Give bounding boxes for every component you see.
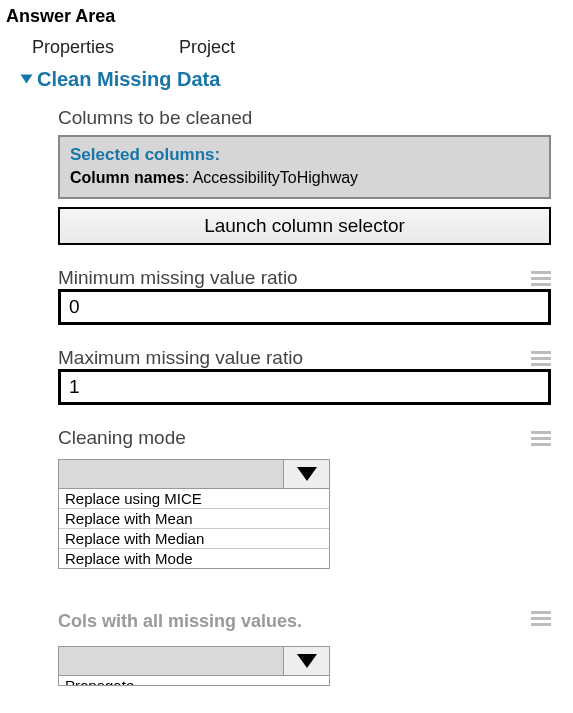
option-replace-mode[interactable]: Replace with Mode (59, 549, 329, 568)
cleaning-mode-label: Cleaning mode (58, 427, 186, 449)
max-missing-ratio-input[interactable] (58, 369, 551, 405)
selected-columns-box: Selected columns: Column names: Accessib… (58, 135, 551, 199)
cleaning-mode-options: Replace using MICE Replace with Mean Rep… (58, 489, 330, 569)
selected-columns-title: Selected columns: (70, 145, 539, 165)
chevron-down-icon (283, 647, 329, 675)
columns-to-be-cleaned-label: Columns to be cleaned (58, 107, 551, 129)
option-replace-mean[interactable]: Replace with Mean (59, 509, 329, 529)
cols-all-missing-option-partial[interactable]: Propagate (58, 676, 330, 686)
cleaning-mode-dropdown[interactable] (58, 459, 330, 489)
answer-area-heading: Answer Area (0, 4, 573, 37)
options-icon[interactable] (531, 428, 551, 449)
tab-project[interactable]: Project (179, 37, 235, 58)
cols-all-missing-dropdown[interactable] (58, 646, 330, 676)
chevron-down-icon (283, 460, 329, 488)
section-clean-missing-data[interactable]: Clean Missing Data (0, 58, 573, 99)
launch-column-selector-button[interactable]: Launch column selector (58, 207, 551, 245)
cols-all-missing-selected (59, 647, 283, 675)
section-title: Clean Missing Data (37, 68, 220, 90)
options-icon[interactable] (531, 608, 551, 629)
option-replace-median[interactable]: Replace with Median (59, 529, 329, 549)
option-replace-mice[interactable]: Replace using MICE (59, 489, 329, 509)
tab-properties[interactable]: Properties (32, 37, 114, 58)
cleaning-mode-selected (59, 460, 283, 488)
cols-all-missing-label: Cols with all missing values. (58, 611, 302, 632)
selected-columns-value: Column names: AccessibilityToHighway (70, 169, 539, 187)
max-missing-ratio-label: Maximum missing value ratio (58, 347, 303, 369)
min-missing-ratio-label: Minimum missing value ratio (58, 267, 298, 289)
options-icon[interactable] (531, 348, 551, 369)
min-missing-ratio-input[interactable] (58, 289, 551, 325)
options-icon[interactable] (531, 268, 551, 289)
collapse-icon (21, 75, 33, 84)
